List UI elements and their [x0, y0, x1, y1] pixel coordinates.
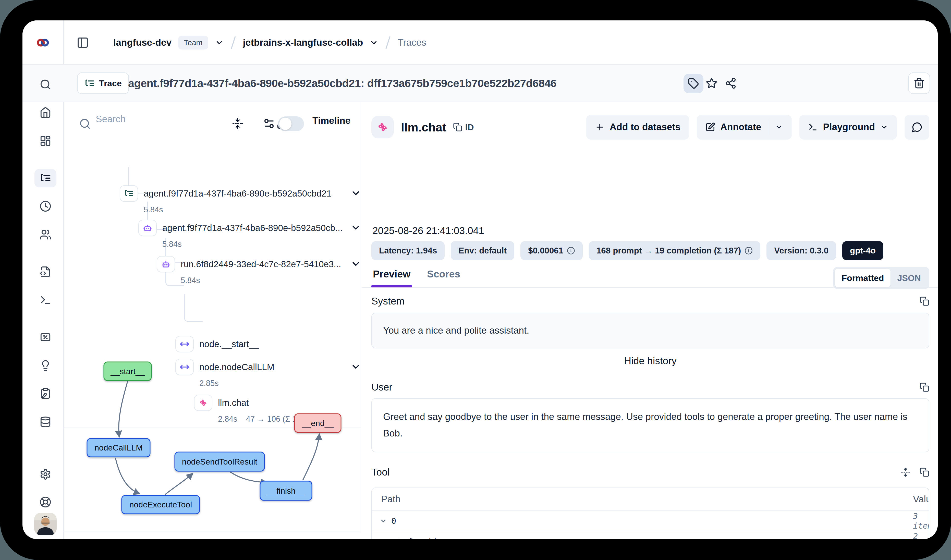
annotation-clipboard-nav-icon[interactable]	[40, 388, 51, 399]
system-section-header: System	[371, 295, 929, 307]
support-lifebuoy-nav-icon[interactable]	[40, 496, 51, 508]
graph-node-label: __end__	[302, 418, 334, 428]
prompts-nav-icon[interactable]	[40, 266, 51, 278]
search-input[interactable]	[96, 114, 180, 125]
chevron-down-icon[interactable]	[351, 258, 361, 269]
panel-left-icon[interactable]	[77, 37, 89, 49]
observation-badges: Latency: 1.94s Env: default $0.00061 168…	[371, 241, 883, 260]
top-header: langfuse-dev Team jetbrains-x-langfuse-c…	[23, 20, 938, 65]
json-row[interactable]: function 2 items	[372, 531, 929, 539]
add-to-datasets-button[interactable]: Add to datasets	[586, 115, 689, 140]
path-column-header: Path	[372, 494, 400, 505]
playground-button[interactable]: Playground	[799, 115, 897, 140]
format-toggle-formatted[interactable]: Formatted	[835, 269, 891, 287]
user-avatar[interactable]	[34, 513, 57, 535]
search-nav-icon[interactable]	[40, 78, 51, 90]
annotate-button[interactable]: Annotate	[697, 115, 792, 140]
tab-scores[interactable]: Scores	[427, 269, 460, 280]
chevron-down-icon[interactable]	[369, 38, 378, 47]
chevron-down-icon[interactable]	[775, 123, 783, 131]
project-type-badge: Team	[178, 36, 208, 49]
tab-preview[interactable]: Preview	[373, 269, 411, 280]
timeline-label: Timeline	[312, 115, 351, 126]
breadcrumb-environment[interactable]: jetbrains-x-langfuse-collab	[243, 37, 363, 48]
chevron-down-icon[interactable]	[215, 38, 223, 47]
hide-history-button[interactable]: Hide history	[371, 355, 929, 366]
user-message-text: Greet and say goodbye to the user in the…	[383, 409, 917, 442]
fold-vertical-icon[interactable]	[231, 117, 244, 130]
app-window: langfuse-dev Team jetbrains-x-langfuse-c…	[23, 20, 938, 539]
datasets-database-nav-icon[interactable]	[40, 416, 51, 428]
tree-row[interactable]: agent.f9f77d1a-437f-4ba6-890e-b592a50cb.…	[138, 220, 361, 249]
bot-icon	[157, 256, 175, 272]
system-message-text: You are a nice and polite assistant.	[383, 322, 529, 339]
breadcrumb-separator	[231, 36, 236, 49]
home-nav-icon[interactable]	[40, 106, 51, 118]
tree-row-label: run.6f8d2449-33ed-4c7c-82e7-5410e3...	[181, 259, 341, 269]
share-icon	[725, 77, 737, 89]
user-section-header: User	[371, 382, 929, 393]
toggle-knob	[279, 118, 291, 130]
workflow-graph[interactable]: __start__nodeCallLLMnodeSendToolResultno…	[64, 347, 361, 531]
model-badge[interactable]: gpt-4o	[842, 241, 883, 260]
sessions-clock-nav-icon[interactable]	[40, 200, 51, 212]
graph-node-label: nodeSendToolResult	[182, 457, 257, 466]
copy-icon[interactable]	[920, 467, 929, 477]
scores-nav-icon[interactable]	[40, 331, 51, 343]
settings-gear-nav-icon[interactable]	[40, 468, 51, 480]
breadcrumb-page[interactable]: Traces	[398, 37, 426, 48]
copy-icon[interactable]	[920, 382, 929, 392]
user-message-box: Greet and say goodbye to the user in the…	[371, 398, 929, 452]
dashboard-nav-icon[interactable]	[40, 135, 51, 147]
detail-tabs: Preview Scores Formatted JSON	[371, 269, 929, 288]
graph-node-label: nodeCallLLM	[94, 443, 143, 452]
chevron-down-icon[interactable]	[351, 222, 361, 233]
token-usage-badge[interactable]: 168 prompt → 19 completion (Σ 187)	[589, 241, 760, 260]
tree-row-label: agent.f9f77d1a-437f-4ba6-890e-b592a50cbd…	[144, 188, 332, 198]
list-tree-icon	[84, 78, 95, 89]
format-toggle: Formatted JSON	[833, 267, 929, 289]
chevron-down-icon[interactable]	[380, 517, 387, 525]
delete-trace-button[interactable]	[908, 72, 930, 94]
star-button[interactable]	[706, 77, 717, 89]
cost-badge[interactable]: $0.00061	[520, 241, 583, 260]
users-nav-icon[interactable]	[40, 229, 51, 240]
timeline-toggle[interactable]	[278, 116, 304, 131]
id-chip-label: ID	[465, 122, 474, 132]
graph-edge-nodeExecuteTool-to-nodeSendToolResult	[165, 474, 192, 495]
breadcrumb: langfuse-dev Team jetbrains-x-langfuse-c…	[77, 20, 426, 65]
trace-badge-label: Trace	[99, 78, 122, 88]
plus-icon	[595, 122, 605, 132]
tracing-nav-icon-active[interactable]	[34, 169, 56, 187]
terminal-icon	[808, 122, 818, 132]
share-button[interactable]	[725, 77, 737, 89]
chevron-right-icon[interactable]	[396, 537, 404, 539]
playground-label: Playground	[823, 122, 875, 132]
app-logo[interactable]	[23, 20, 63, 65]
message-circle-icon	[911, 122, 923, 133]
filter-sliders-icon[interactable]	[263, 117, 275, 130]
tag-button[interactable]	[683, 74, 703, 93]
comments-button[interactable]	[905, 115, 929, 140]
star-icon	[706, 77, 717, 89]
json-row[interactable]: 0 3 items	[372, 511, 929, 531]
value-column-header: Value	[913, 494, 929, 505]
tree-row[interactable]: agent.f9f77d1a-437f-4ba6-890e-b592a50cbd…	[120, 185, 361, 214]
observation-name: llm.chat	[401, 120, 446, 134]
tool-label: Tool	[371, 466, 390, 478]
tag-icon	[688, 78, 699, 89]
tree-row-duration: 5.84s	[181, 276, 200, 285]
add-to-datasets-label: Add to datasets	[610, 122, 681, 132]
breadcrumb-project[interactable]: langfuse-dev	[113, 37, 171, 48]
copy-icon[interactable]	[920, 296, 929, 306]
playground-terminal-nav-icon[interactable]	[40, 294, 51, 306]
tree-row[interactable]: run.6f8d2449-33ed-4c7c-82e7-5410e3... 5.…	[157, 256, 361, 285]
chevron-down-icon[interactable]	[351, 188, 361, 198]
copy-id-button[interactable]: ID	[453, 122, 474, 132]
unfold-vertical-icon[interactable]	[901, 467, 910, 477]
evals-lightbulb-nav-icon[interactable]	[40, 360, 51, 371]
trace-title: agent.f9f77d1a-437f-4ba6-890e-b592a50cbd…	[128, 65, 556, 102]
format-toggle-json[interactable]: JSON	[891, 273, 928, 283]
chevron-down-icon[interactable]	[880, 123, 888, 131]
copy-icon	[453, 123, 462, 132]
